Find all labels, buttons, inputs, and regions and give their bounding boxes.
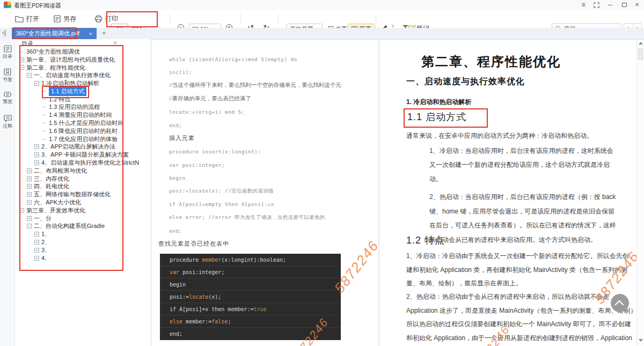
dark-code-line: posi:=locate(x); bbox=[160, 291, 341, 303]
expand-icon[interactable]: + bbox=[19, 57, 24, 62]
toc-item-label: 2、APP启动黑白屏解决办法 bbox=[41, 143, 115, 151]
expand-icon[interactable]: + bbox=[34, 240, 39, 245]
toc-item-label: 1.5 什么才是应用的启动时间 bbox=[49, 119, 123, 127]
expand-icon[interactable]: + bbox=[34, 232, 39, 237]
scrollbar-thumb[interactable] bbox=[638, 48, 643, 60]
menu-icon[interactable]: ≡ bbox=[577, 1, 589, 9]
expand-icon[interactable]: + bbox=[27, 200, 32, 205]
expand-icon[interactable]: + bbox=[27, 192, 32, 197]
toc-tree-item[interactable]: +第一章、设计思想与代码质量优化 bbox=[18, 56, 151, 64]
toc-tree-item[interactable]: +4、 bbox=[18, 254, 151, 262]
sidebar-item-bookmarks[interactable]: 书签 bbox=[0, 68, 15, 83]
toc-item-label: 二、自动化构建系统Gradle bbox=[34, 222, 105, 230]
code-line: while (ix)and(A[(orig+i)mod S]empty) do bbox=[169, 53, 373, 66]
toc-tree-item[interactable]: +三、内存优化 bbox=[18, 175, 151, 183]
toc-tree-item[interactable]: +2、 bbox=[18, 238, 151, 246]
expand-icon[interactable]: + bbox=[34, 144, 39, 149]
toc-tree-item[interactable]: +二、布局检测与优化 bbox=[18, 167, 151, 175]
toc-tree-item[interactable]: +六、APK大小优化 bbox=[18, 198, 151, 207]
code-line: 插入元素 bbox=[169, 132, 373, 145]
toc-tree-item[interactable]: 1.2 特点 bbox=[18, 95, 151, 104]
expand-icon[interactable]: + bbox=[34, 152, 39, 157]
tab-title: 360°全方面性能调优.pdf bbox=[16, 30, 85, 38]
collapse-icon[interactable]: − bbox=[27, 73, 32, 78]
toc-tree-item[interactable]: 1.5 什么才是应用的启动时间 bbox=[18, 119, 151, 127]
expand-icon[interactable]: + bbox=[27, 216, 32, 221]
collapse-icon[interactable]: − bbox=[19, 65, 24, 70]
toc-item-label: 1.6 降低应用启动时的耗时 bbox=[49, 127, 118, 135]
expand-icon[interactable]: + bbox=[34, 160, 39, 165]
comment-icon bbox=[4, 115, 12, 122]
app-logo-icon bbox=[4, 2, 11, 8]
code-block-dark: procedure member(x:longint):boolean;var … bbox=[160, 254, 341, 340]
toc-tree-item[interactable]: 1.3 应用启动的流程 bbox=[18, 104, 151, 112]
toc-item-label: 360°全方面性能调优 bbox=[26, 48, 80, 56]
back-to-top-button[interactable] bbox=[611, 294, 629, 312]
paragraph-intro: 通常来说，在安卓中应用的启动方式分为两种：冷启动和热启动。 bbox=[406, 131, 593, 141]
toc-item-label: 3、APP 卡顿问题分析及解决方案 bbox=[41, 151, 129, 159]
code-line: begin bbox=[169, 171, 373, 185]
body-text-line: 建和初始化 Application 类，再创建和初始化 MainActivity… bbox=[406, 263, 634, 276]
vertical-scrollbar[interactable] bbox=[636, 40, 644, 346]
toc-tree-item[interactable]: 1.1 启动方式 bbox=[18, 87, 151, 95]
body-text-line: 在后台，可进入任务列表查看）。所以在已有进程的情况下，这样 bbox=[429, 219, 616, 233]
section-title: 一、启动速度与执行效率优化 bbox=[406, 76, 525, 87]
toc-tree-item[interactable]: +3、 bbox=[18, 246, 151, 254]
toc-tree-item[interactable]: −第三章、开发效率优化 bbox=[18, 207, 151, 215]
toc-tree-item[interactable]: 1.4 测量应用启动的时间 bbox=[18, 111, 151, 119]
expand-icon[interactable]: + bbox=[34, 256, 39, 261]
toc-tree-item[interactable]: −第二章、程序性能优化 bbox=[18, 64, 151, 72]
sidebar-item-annotations[interactable]: 注释 bbox=[0, 115, 15, 130]
toc-item-label: 第二章、程序性能优化 bbox=[26, 64, 85, 72]
tab-close-icon[interactable]: × bbox=[89, 31, 92, 37]
sidebar-item-toc[interactable]: 目录 bbox=[0, 45, 15, 60]
toc-tree-item[interactable]: 1.7 优化应用启动时的体验 bbox=[18, 135, 151, 143]
expand-icon[interactable]: + bbox=[34, 248, 39, 253]
sidebar-item-preview[interactable]: 预览 bbox=[0, 91, 15, 105]
toc-item-label: 四、耗电优化 bbox=[34, 182, 69, 190]
toc-item-label: 1.冷启动和热启动解析 bbox=[41, 79, 99, 87]
open-button[interactable]: 打开 bbox=[15, 12, 39, 26]
toc-item-label: 一、分 bbox=[34, 215, 52, 223]
toc-close-icon[interactable]: × bbox=[113, 39, 117, 47]
toc-tree-item[interactable]: 1.6 降低应用启动时的耗时 bbox=[18, 127, 151, 135]
toc-tree-item[interactable]: −二、自动化构建系统Gradle bbox=[18, 223, 151, 231]
tree-connector bbox=[42, 139, 46, 139]
collapse-icon[interactable]: − bbox=[34, 81, 39, 86]
toc-tree-item[interactable]: +四、耗电优化 bbox=[18, 183, 151, 191]
toc-tree-item[interactable]: +1、 bbox=[18, 230, 151, 238]
collapse-icon[interactable]: − bbox=[27, 224, 32, 229]
toc-tree-item[interactable]: +3、APP 卡顿问题分析及解决方案 bbox=[18, 151, 151, 159]
bookmark-icon bbox=[4, 68, 11, 76]
toc-item-label: 2、 bbox=[41, 238, 50, 246]
scroll-up-arrow[interactable] bbox=[639, 42, 643, 45]
chapter-title: 第二章、程序性能优化 bbox=[421, 53, 561, 70]
toc-item-label: 一、启动速度与执行效率优化 bbox=[34, 71, 111, 79]
minimize-button[interactable]: ─ bbox=[604, 1, 616, 9]
toc-tree-item[interactable]: +2、APP启动黑白屏解决办法 bbox=[18, 143, 151, 151]
expand-icon[interactable]: + bbox=[27, 168, 32, 173]
toc-tree-item[interactable]: +一、分 bbox=[18, 215, 151, 223]
new-tab-button[interactable]: + bbox=[102, 29, 106, 37]
tab-bar: ‹| 360°全方面性能调优.pdf × + bbox=[0, 28, 644, 39]
expand-icon[interactable]: + bbox=[27, 176, 32, 181]
scroll-down-arrow[interactable] bbox=[639, 339, 643, 342]
save-as-button[interactable]: 另存 bbox=[54, 12, 76, 26]
toc-tree-item[interactable]: 360°全方面性能调优 bbox=[18, 48, 151, 56]
collapse-tabs-icon[interactable]: ‹| bbox=[2, 29, 6, 36]
close-button[interactable]: × bbox=[631, 1, 643, 9]
document-tab[interactable]: 360°全方面性能调优.pdf × bbox=[12, 28, 97, 39]
dark-code-line: end; bbox=[160, 328, 341, 340]
toc-tree-item[interactable]: −一、启动速度与执行效率优化 bbox=[18, 71, 151, 79]
collapse-icon[interactable]: − bbox=[19, 208, 24, 213]
code-line: end; bbox=[169, 119, 373, 132]
toc-tree-item[interactable]: −1.冷启动和热启动解析 bbox=[18, 79, 151, 87]
toc-tree-item[interactable]: +五、网络传输与数据存储优化 bbox=[18, 190, 151, 198]
toc-item-label: 4、 bbox=[41, 254, 50, 262]
toolbar: 打开 另存 打印 ← /333页 → − 80.1% ∨ + ↺ ↻ 更换背景 … bbox=[0, 10, 644, 28]
expand-icon[interactable]: + bbox=[27, 184, 32, 189]
toc-item-label: 1.3 应用启动的流程 bbox=[49, 103, 100, 111]
fullscreen-icon[interactable] bbox=[590, 1, 602, 9]
maximize-button[interactable] bbox=[618, 1, 630, 9]
toc-tree-item[interactable]: +4、启动速度与执行效率优化之StrictN bbox=[18, 159, 151, 167]
